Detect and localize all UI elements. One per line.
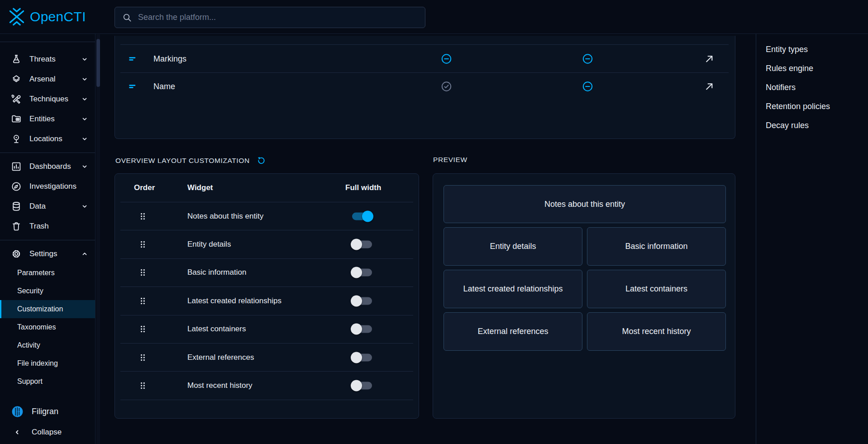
- sidebar-item[interactable]: Threats: [0, 49, 95, 69]
- collapse-sidebar-button[interactable]: Collapse: [0, 422, 95, 442]
- full-width-toggle[interactable]: [352, 325, 372, 333]
- sidebar-subitem[interactable]: Activity: [0, 336, 95, 354]
- sidebar-item-label: Arsenal: [29, 75, 56, 84]
- sidebar-item-label: Data: [29, 202, 46, 211]
- check-circle-icon[interactable]: [440, 81, 453, 93]
- attribute-row[interactable]: Markings: [120, 45, 729, 72]
- drag-handle-icon[interactable]: [138, 352, 148, 363]
- bar-chart-icon: [11, 161, 22, 172]
- attributes-panel: Markings Name: [114, 36, 735, 139]
- open-arrow-icon[interactable]: [704, 53, 715, 64]
- sidebar-item-settings[interactable]: Settings: [0, 244, 95, 264]
- minus-circle-icon[interactable]: [440, 53, 453, 65]
- sidebar-item[interactable]: Arsenal: [0, 69, 95, 89]
- sidebar-subitem-label: File indexing: [17, 359, 58, 368]
- overview-title-text: OVERVIEW LAYOUT CUSTOMIZATION: [115, 157, 250, 165]
- preview-widget-box[interactable]: Latest containers: [587, 270, 726, 308]
- chevron-down-icon[interactable]: [80, 94, 90, 104]
- toggle-knob: [362, 210, 373, 222]
- chevron-down-icon[interactable]: [80, 74, 90, 84]
- widget-label: Latest containers: [187, 325, 246, 334]
- preview-widget-label: Entity details: [490, 242, 536, 251]
- widget-table-header: Order Widget Full width: [120, 174, 413, 202]
- right-menu-item[interactable]: Decay rules: [756, 116, 868, 135]
- preview-widget-label: Latest containers: [625, 284, 687, 294]
- drag-handle-icon[interactable]: [138, 211, 148, 221]
- flask-icon: [11, 54, 22, 65]
- preview-widget-box[interactable]: External references: [444, 312, 582, 351]
- sidebar-subitem[interactable]: Security: [0, 282, 95, 300]
- right-menu-item[interactable]: Entity types: [756, 40, 868, 59]
- right-menu-item[interactable]: Retention policies: [756, 97, 868, 116]
- sidebar-group-settings: Settings Parameters Security Customizati…: [0, 240, 95, 391]
- widget-label: Latest created relationships: [187, 296, 281, 306]
- chevron-down-icon[interactable]: [80, 201, 90, 211]
- toggle-knob: [351, 352, 362, 363]
- full-width-toggle[interactable]: [352, 241, 372, 248]
- chevron-up-icon[interactable]: [80, 249, 90, 259]
- sidebar-item[interactable]: Techniques: [0, 89, 95, 109]
- folder-table-icon: [11, 114, 22, 124]
- sidebar-subitem[interactable]: File indexing: [0, 354, 95, 372]
- right-menu-item-label: Decay rules: [766, 121, 809, 130]
- right-menu-item[interactable]: Rules engine: [756, 59, 868, 78]
- chevron-down-icon[interactable]: [80, 54, 90, 64]
- top-bar: OpenCTI: [0, 0, 868, 34]
- sidebar-subitem-label: Support: [17, 377, 43, 386]
- full-width-toggle[interactable]: [352, 212, 372, 220]
- scrollbar-thumb[interactable]: [96, 39, 100, 87]
- preview-widget-box[interactable]: Notes about this entity: [444, 185, 726, 223]
- right-menu-item[interactable]: Notifiers: [756, 78, 868, 97]
- drag-handle-icon[interactable]: [138, 296, 148, 306]
- platform-search-bar[interactable]: [114, 7, 425, 28]
- full-width-toggle[interactable]: [352, 353, 372, 361]
- drag-handle-icon[interactable]: [138, 324, 148, 334]
- chevron-down-icon[interactable]: [80, 162, 90, 172]
- preview-widget-box[interactable]: Latest created relationships: [444, 270, 582, 308]
- sidebar-group-workspace: Dashboards Investigations Data Trash: [0, 153, 95, 240]
- sidebar-item[interactable]: Dashboards: [0, 157, 95, 177]
- drag-handle-icon[interactable]: [138, 239, 148, 250]
- preview-widget-box[interactable]: Basic information: [587, 227, 726, 266]
- minus-circle-icon[interactable]: [582, 81, 594, 93]
- opencti-logo[interactable]: OpenCTI: [6, 6, 86, 27]
- open-arrow-icon[interactable]: [704, 81, 715, 92]
- filigran-link[interactable]: Filigran: [0, 401, 95, 422]
- opencti-logo-mark-icon: [6, 6, 27, 27]
- sidebar-item-label: Trash: [29, 222, 49, 231]
- widget-label: Entity details: [187, 240, 231, 249]
- search-input[interactable]: [138, 13, 379, 22]
- minus-circle-icon[interactable]: [582, 53, 594, 65]
- sidebar-subitem[interactable]: Customization: [0, 300, 95, 318]
- chevron-left-icon: [12, 427, 22, 437]
- settings-right-menu: Entity types Rules engine Notifiers Rete…: [756, 34, 868, 444]
- drag-handle-icon[interactable]: [138, 267, 148, 278]
- drag-handle-icon[interactable]: [138, 381, 148, 391]
- preview-widget-label: Most recent history: [622, 327, 691, 336]
- sidebar-item[interactable]: Data: [0, 196, 95, 216]
- sidebar-item[interactable]: Investigations: [0, 177, 95, 196]
- reset-rotate-icon[interactable]: [257, 156, 266, 165]
- chevron-down-icon[interactable]: [80, 134, 90, 144]
- preview-panel: Notes about this entity Entity details B…: [433, 173, 735, 419]
- sidebar-subitem[interactable]: Parameters: [0, 264, 95, 282]
- widget-row: Latest containers: [120, 315, 413, 344]
- sidebar-item-label: Settings: [29, 249, 57, 258]
- sidebar-subitem[interactable]: Support: [0, 372, 95, 391]
- full-width-toggle[interactable]: [352, 382, 372, 390]
- preview-widget-box[interactable]: Entity details: [444, 227, 582, 266]
- attribute-row[interactable]: Name: [120, 72, 729, 100]
- sidebar-subitem-label: Security: [17, 287, 43, 295]
- full-width-toggle[interactable]: [352, 297, 372, 305]
- preview-widget-box[interactable]: Most recent history: [587, 312, 726, 351]
- opencti-window: OpenCTI Threats Arsenal: [0, 0, 868, 444]
- preview-title-text: PREVIEW: [433, 156, 467, 164]
- sidebar-item[interactable]: Entities: [0, 109, 95, 129]
- full-width-toggle[interactable]: [352, 269, 372, 277]
- chevron-down-icon[interactable]: [80, 114, 90, 124]
- preview-widget-label: Latest created relationships: [463, 284, 563, 294]
- widget-row: Most recent history: [120, 372, 413, 400]
- sidebar-item[interactable]: Locations: [0, 129, 95, 149]
- sidebar-item[interactable]: Trash: [0, 216, 95, 236]
- sidebar-subitem[interactable]: Taxonomies: [0, 318, 95, 336]
